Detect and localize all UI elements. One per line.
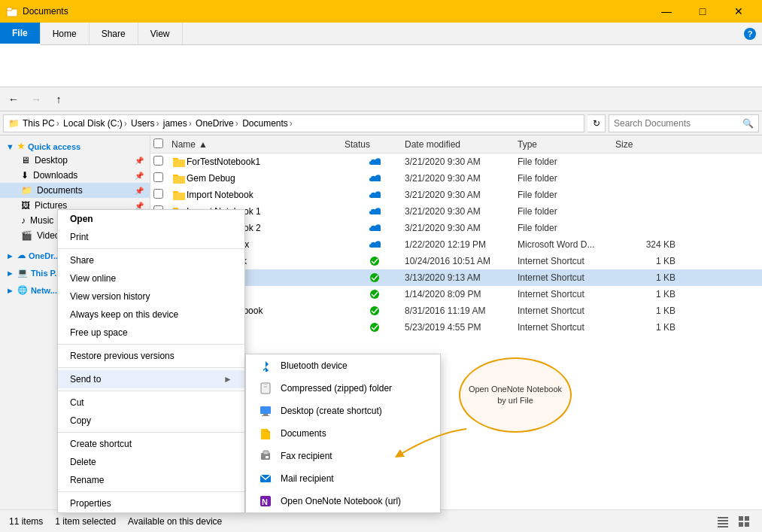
column-status[interactable]: Status [345, 139, 405, 150]
back-button[interactable]: ← [3, 89, 24, 110]
desktop-shortcut-icon [258, 403, 273, 418]
nav-section-quickaccess[interactable]: ▼ ★ Quick access [0, 138, 150, 153]
up-button[interactable]: ↑ [48, 89, 69, 110]
file-date: 1/22/2020 12:19 PM [405, 239, 518, 250]
file-status [345, 174, 405, 183]
onenote-icon: N [258, 494, 273, 509]
file-size: 1 KB [615, 306, 675, 316]
documents-icon: 📁 [21, 185, 32, 196]
search-icon: 🔍 [742, 118, 754, 129]
submenu-onenote[interactable]: N Open OneNote Notebook (url) [246, 490, 440, 512]
submenu-desktop[interactable]: Desktop (create shortcut) [246, 400, 440, 422]
pin-icon: 📌 [135, 157, 144, 165]
column-type[interactable]: Type [518, 139, 615, 150]
ctx-view-online[interactable]: View online [58, 269, 244, 287]
column-size[interactable]: Size [615, 139, 675, 150]
ribbon-body [0, 45, 762, 87]
svg-rect-37 [263, 451, 269, 454]
search-input[interactable] [614, 118, 739, 129]
pin-icon: 📌 [135, 172, 144, 180]
videos-icon: 🎬 [21, 230, 32, 241]
ctx-delete[interactable]: Delete [58, 453, 244, 471]
submenu-mail[interactable]: Mail recipient [246, 467, 440, 490]
address-box[interactable]: 📁 This PC› Local Disk (C:)› Users› james… [3, 114, 584, 132]
file-type: Internet Shortcut [518, 256, 615, 266]
sidebar-item-documents[interactable]: 📁 Documents 📌 [0, 183, 150, 198]
ctx-sep-6 [58, 491, 244, 492]
ctx-rename[interactable]: Rename [58, 471, 244, 489]
ctx-open[interactable]: Open [58, 210, 244, 228]
availability-status: Available on this device [128, 516, 222, 527]
mail-icon [258, 471, 273, 486]
close-button[interactable]: ✕ [721, 0, 756, 23]
table-row[interactable]: Gem Debug 3/21/2020 9:30 AM File folder [150, 170, 762, 187]
refresh-button[interactable]: ↻ [587, 114, 606, 132]
pin-icon: 📌 [135, 187, 144, 195]
table-row[interactable]: ForTestNotebook1 3/21/2020 9:30 AM File … [150, 154, 762, 170]
tab-file[interactable]: File [0, 23, 41, 45]
file-type: File folder [518, 206, 615, 217]
svg-rect-49 [745, 522, 749, 527]
file-date: 3/21/2020 9:30 AM [405, 173, 518, 184]
minimize-button[interactable]: — [649, 0, 684, 23]
file-date: 3/21/2020 9:30 AM [405, 157, 518, 167]
file-date: 1/14/2020 8:09 PM [405, 289, 518, 299]
tab-share[interactable]: Share [90, 23, 138, 44]
file-icon [172, 187, 187, 202]
title-bar: Documents — □ ✕ [0, 0, 762, 23]
help-button[interactable]: ? [744, 28, 756, 40]
thispc-icon: 💻 [17, 268, 28, 278]
tab-view[interactable]: View [138, 23, 183, 44]
file-type: File folder [518, 173, 615, 184]
submenu-compressed[interactable]: Compressed (zipped) folder [246, 377, 440, 400]
file-size: 1 KB [615, 322, 675, 333]
ctx-send-to[interactable]: Send to ► [58, 370, 244, 388]
file-date: 8/31/2016 11:19 AM [405, 306, 518, 316]
select-all-checkbox[interactable] [153, 138, 172, 150]
sidebar-item-desktop[interactable]: 🖥 Desktop 📌 [0, 153, 150, 168]
file-size: 1 KB [615, 289, 675, 299]
ctx-copy[interactable]: Copy [58, 412, 244, 430]
address-bar: 📁 This PC› Local Disk (C:)› Users› james… [0, 111, 762, 135]
svg-rect-1 [7, 8, 12, 11]
music-icon: ♪ [21, 215, 26, 226]
downloads-icon: ⬇ [21, 170, 29, 181]
column-date[interactable]: Date modified [405, 139, 518, 150]
chevron-right-icon: ► [223, 374, 232, 385]
row-checkbox[interactable] [153, 156, 172, 168]
file-status [345, 223, 405, 233]
search-box[interactable]: 🔍 [609, 114, 759, 132]
ctx-share[interactable]: Share [58, 251, 244, 269]
details-view-button[interactable] [714, 512, 732, 530]
table-row[interactable]: Import Notebook 3/21/2020 9:30 AM File f… [150, 187, 762, 203]
large-icons-view-button[interactable] [735, 512, 753, 530]
maximize-button[interactable]: □ [685, 0, 720, 23]
file-type: Internet Shortcut [518, 272, 615, 283]
bluetooth-icon [258, 358, 273, 373]
chevron-down-icon: ▼ [6, 142, 14, 151]
ctx-properties[interactable]: Properties [58, 494, 244, 512]
callout-arrow [391, 425, 474, 463]
ctx-sep-3 [58, 367, 244, 368]
svg-rect-32 [264, 386, 267, 388]
ctx-restore-previous[interactable]: Restore previous versions [58, 347, 244, 365]
sidebar-item-downloads[interactable]: ⬇ Downloads 📌 [0, 168, 150, 183]
ctx-sep-2 [58, 344, 244, 345]
callout-bubble: Open OneNote Notebook by url File [459, 357, 572, 433]
column-name[interactable]: Name ▲ [172, 139, 345, 150]
ctx-free-up[interactable]: Free up space [58, 324, 244, 342]
ctx-version-history[interactable]: View version history [58, 287, 244, 306]
ctx-cut[interactable]: Cut [58, 394, 244, 412]
ctx-print[interactable]: Print [58, 228, 244, 246]
submenu-bluetooth[interactable]: Bluetooth device [246, 354, 440, 377]
row-checkbox[interactable] [153, 172, 172, 184]
ctx-always-keep[interactable]: Always keep on this device [58, 306, 244, 324]
file-status [345, 207, 405, 216]
row-checkbox[interactable] [153, 189, 172, 201]
tab-home[interactable]: Home [41, 23, 90, 44]
svg-rect-47 [745, 516, 749, 521]
svg-rect-43 [718, 520, 728, 521]
ctx-create-shortcut[interactable]: Create shortcut [58, 435, 244, 453]
network-icon: 🌐 [17, 285, 28, 295]
forward-button[interactable]: → [26, 89, 47, 110]
